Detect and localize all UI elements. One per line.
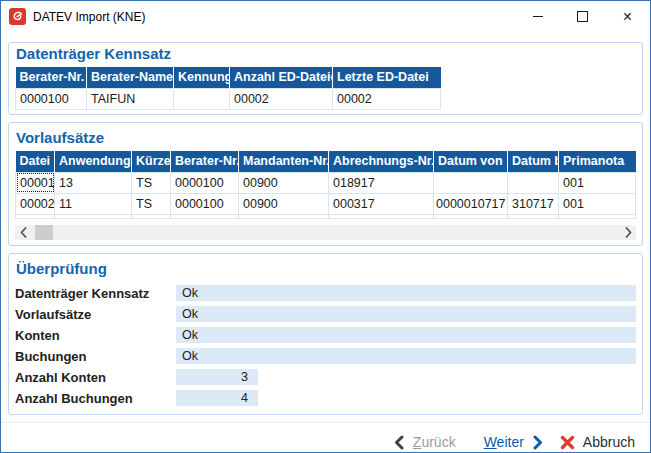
- chevron-left-icon: [394, 435, 404, 450]
- window-title: DATEV Import (KNE): [33, 10, 145, 24]
- check-row-buchungen: Buchungen Ok: [15, 348, 636, 364]
- cell[interactable]: 00900: [239, 193, 329, 214]
- check-value-field: 4: [176, 390, 258, 406]
- section-ueberpruefung: Überprüfung Datenträger Kennsatz Ok Vorl…: [8, 253, 643, 415]
- next-button-label: Weiter: [484, 434, 524, 450]
- column-header[interactable]: Datum bis: [508, 151, 559, 172]
- table-row[interactable]: 0000100TAIFUN0000200002: [16, 88, 441, 109]
- empty-cell: [55, 214, 132, 218]
- window-controls: ×: [515, 1, 650, 32]
- table-row[interactable]: 0000211TS0000100009000003170000010717310…: [16, 193, 636, 214]
- check-label: Buchungen: [15, 349, 176, 364]
- header-row: Berater-Nr.Berater-NameKennungAnzahl ED-…: [16, 67, 441, 88]
- app-icon: [9, 8, 26, 25]
- check-label: Datenträger Kennsatz: [15, 286, 176, 301]
- empty-cell: [171, 214, 239, 218]
- section-vorlaufsaetze: Vorlaufsätze DateiAnwendungKürzelBerater…: [8, 122, 643, 246]
- next-button[interactable]: Weiter: [484, 434, 543, 450]
- column-header[interactable]: Berater-Name: [87, 67, 174, 88]
- kennsatz-table[interactable]: Berater-Nr.Berater-NameKennungAnzahl ED-…: [15, 67, 441, 110]
- column-header[interactable]: Datum von: [434, 151, 508, 172]
- cell[interactable]: 11: [55, 193, 132, 214]
- chevron-right-icon: [625, 227, 632, 238]
- check-value-field: 3: [176, 369, 258, 385]
- cell[interactable]: 001: [559, 193, 636, 214]
- horizontal-scrollbar[interactable]: [15, 225, 636, 240]
- cell[interactable]: 00002: [230, 88, 333, 109]
- check-value-field: Ok: [176, 348, 636, 364]
- empty-cell: [508, 214, 559, 218]
- check-value-field: Ok: [176, 327, 636, 343]
- column-header[interactable]: Berater-Nr.: [171, 151, 239, 172]
- empty-cell: [239, 214, 329, 218]
- empty-cell: [434, 214, 508, 218]
- check-value-field: Ok: [176, 306, 636, 322]
- cell[interactable]: 000317: [329, 193, 434, 214]
- chevron-right-icon: [533, 435, 543, 450]
- empty-cell: [559, 214, 636, 218]
- header-row: DateiAnwendungKürzelBerater-Nr.Mandanten…: [16, 151, 636, 172]
- column-header[interactable]: Kürzel: [132, 151, 171, 172]
- column-header[interactable]: Datei: [16, 151, 55, 172]
- empty-cell: [132, 214, 171, 218]
- cell[interactable]: 0000010717: [434, 193, 508, 214]
- check-value-field: Ok: [176, 285, 636, 301]
- cell[interactable]: 0000100: [171, 193, 239, 214]
- dialog-content: Datenträger Kennsatz Berater-Nr.Berater-…: [1, 32, 650, 422]
- cell[interactable]: 310717: [508, 193, 559, 214]
- empty-cell: [329, 214, 434, 218]
- chevron-left-icon: [20, 227, 27, 238]
- table-row[interactable]: 0000113TS000010000900018917001: [16, 172, 636, 193]
- cell[interactable]: 001: [559, 172, 636, 193]
- column-header[interactable]: Berater-Nr.: [16, 67, 87, 88]
- vorlaufsaetze-table[interactable]: DateiAnwendungKürzelBerater-Nr.Mandanten…: [15, 151, 636, 219]
- check-row-kennsatz: Datenträger Kennsatz Ok: [15, 285, 636, 301]
- check-label: Anzahl Konten: [15, 370, 176, 385]
- column-header[interactable]: Letzte ED-Datei: [333, 67, 441, 88]
- check-row-anzahl-konten: Anzahl Konten 3: [15, 369, 636, 385]
- dialog-window: DATEV Import (KNE) × Datenträger Kennsat…: [0, 0, 651, 453]
- close-button[interactable]: ×: [605, 1, 650, 32]
- button-bar: Zurück Weiter Abbruch: [1, 422, 650, 453]
- check-row-konten: Konten Ok: [15, 327, 636, 343]
- maximize-button[interactable]: [560, 1, 605, 32]
- minimize-icon: [533, 16, 543, 17]
- cell[interactable]: TAIFUN: [87, 88, 174, 109]
- column-header[interactable]: Anzahl ED-Dateien: [230, 67, 333, 88]
- check-row-anzahl-buchungen: Anzahl Buchungen 4: [15, 390, 636, 406]
- empty-row: [16, 214, 636, 218]
- cancel-button[interactable]: Abbruch: [560, 434, 635, 450]
- maximize-icon: [577, 11, 588, 22]
- check-row-vorlaufsaetze: Vorlaufsätze Ok: [15, 306, 636, 322]
- check-label: Konten: [15, 328, 176, 343]
- cell[interactable]: TS: [132, 172, 171, 193]
- section-title-kennsatz: Datenträger Kennsatz: [16, 45, 636, 62]
- cell[interactable]: 13: [55, 172, 132, 193]
- cancel-button-label: Abbruch: [583, 434, 635, 450]
- column-header[interactable]: Mandanten-Nr.: [239, 151, 329, 172]
- cell[interactable]: TS: [132, 193, 171, 214]
- cell[interactable]: 00002: [16, 193, 55, 214]
- cell[interactable]: 00001: [16, 172, 55, 193]
- cell[interactable]: 00900: [239, 172, 329, 193]
- cell[interactable]: 0000100: [16, 88, 87, 109]
- back-button-label: Zurück: [413, 434, 456, 450]
- cell[interactable]: [434, 172, 508, 193]
- cell[interactable]: 00002: [333, 88, 441, 109]
- cell[interactable]: [174, 88, 230, 109]
- check-label: Vorlaufsätze: [15, 307, 176, 322]
- scroll-right-button[interactable]: [620, 225, 636, 240]
- column-header[interactable]: Kennung: [174, 67, 230, 88]
- column-header[interactable]: Anwendung: [55, 151, 132, 172]
- cell[interactable]: 0000100: [171, 172, 239, 193]
- scroll-left-button[interactable]: [15, 225, 31, 240]
- scrollbar-thumb[interactable]: [35, 225, 53, 240]
- section-title-vorlaufsaetze: Vorlaufsätze: [16, 129, 636, 146]
- back-button[interactable]: Zurück: [394, 434, 456, 450]
- cell[interactable]: 018917: [329, 172, 434, 193]
- cell[interactable]: [508, 172, 559, 193]
- minimize-button[interactable]: [515, 1, 560, 32]
- column-header[interactable]: Primanota: [559, 151, 636, 172]
- column-header[interactable]: Abrechnungs-Nr.: [329, 151, 434, 172]
- section-title-ueberpruefung: Überprüfung: [16, 260, 636, 277]
